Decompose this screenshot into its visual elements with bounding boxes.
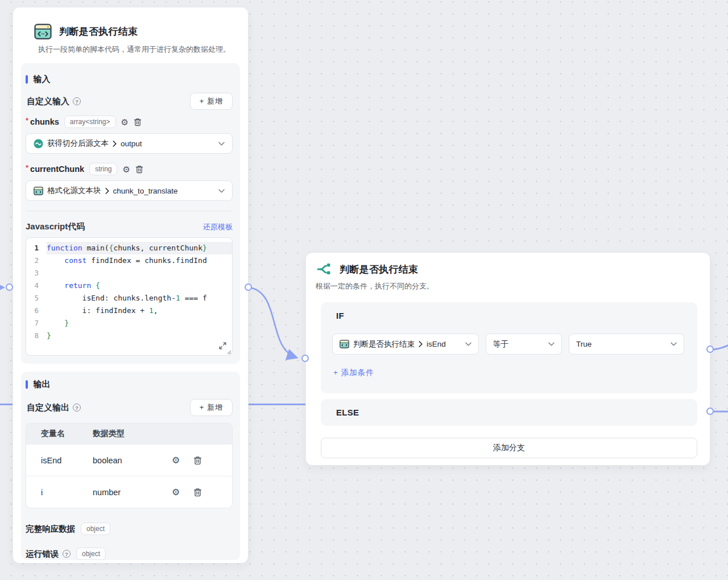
- output-port-else-branch[interactable]: [706, 408, 714, 415]
- table-row[interactable]: isEnd boolean ⚙: [26, 444, 232, 476]
- code-section-label: Javascript代码: [26, 221, 85, 232]
- edge-if-output[interactable]: [714, 345, 728, 349]
- wave-circle-icon: [34, 139, 43, 149]
- add-condition-link[interactable]: + 添加条件: [333, 368, 374, 378]
- var-name: isEnd: [26, 456, 89, 465]
- type-badge: string: [89, 163, 117, 175]
- table-row[interactable]: i number ⚙: [26, 476, 232, 508]
- node-description: 执行一段简单的脚本代码，通常用于进行复杂的数据处理。: [38, 44, 237, 55]
- resize-handle-icon[interactable]: [226, 349, 231, 355]
- required-mark: *: [26, 116, 28, 125]
- add-branch-button[interactable]: 添加分支: [321, 438, 697, 458]
- trash-icon[interactable]: [193, 488, 202, 497]
- output-port-if-branch[interactable]: [706, 345, 714, 353]
- code-line[interactable]: 2 const findIndex = chunks.findInd: [26, 254, 232, 267]
- chevron-down-icon: [671, 342, 677, 346]
- ref-source: 获得切分后源文本: [47, 138, 109, 149]
- if-branch-panel: IF 判断是否执行结束 isEnd 等于: [321, 302, 697, 393]
- col-header-type: 数据类型: [89, 429, 172, 439]
- object-badge: object: [81, 523, 110, 535]
- input-port-condition-node[interactable]: [301, 355, 309, 362]
- line-number: 2: [26, 254, 47, 267]
- if-label: IF: [336, 311, 344, 320]
- chevron-down-icon: [465, 342, 471, 346]
- code-window-icon: [340, 340, 349, 348]
- condition-node-header: 判断是否执行结束: [316, 262, 418, 276]
- field-name-chunks: chunks: [30, 117, 59, 126]
- code-line[interactable]: 4 return {: [26, 279, 232, 292]
- full-response-label: 完整响应数据: [26, 524, 75, 534]
- chevron-down-icon: [218, 189, 225, 193]
- code-text: i: findIndex + 1,: [47, 305, 232, 317]
- chevron-right-icon: [419, 341, 423, 347]
- expand-icon[interactable]: [219, 342, 226, 349]
- code-text: [47, 267, 232, 279]
- object-badge: object: [76, 548, 106, 560]
- condition-right-operand-select[interactable]: True: [569, 334, 684, 355]
- input-port-code-node[interactable]: [6, 283, 13, 291]
- code-line[interactable]: 5 isEnd: chunks.length-1 === f: [26, 292, 232, 305]
- trash-icon[interactable]: [193, 456, 202, 465]
- required-mark: *: [26, 163, 28, 172]
- edge-code-to-condition[interactable]: [249, 287, 296, 357]
- output-panel: 输出 自定义输出 ? + 新增 变量名 数据类型 isEnd boolean ⚙: [21, 372, 240, 560]
- trash-icon[interactable]: [135, 165, 143, 174]
- gear-icon[interactable]: ⚙: [172, 456, 180, 465]
- help-icon[interactable]: ?: [73, 97, 81, 105]
- chunks-ref-select[interactable]: 获得切分后源文本 output: [26, 133, 233, 154]
- code-line[interactable]: 7 }: [26, 317, 232, 330]
- ref-value: output: [121, 139, 142, 148]
- condition-left-operand-select[interactable]: 判断是否执行结束 isEnd: [332, 334, 479, 355]
- branch-split-icon: [316, 262, 332, 276]
- help-icon[interactable]: ?: [73, 404, 81, 412]
- trash-icon[interactable]: [134, 118, 142, 126]
- ref-source: 格式化源文本块: [47, 186, 101, 196]
- ref-value: isEnd: [427, 340, 446, 348]
- node-description: 根据一定的条件，执行不同的分支。: [316, 281, 434, 291]
- condition-operator-select[interactable]: 等于: [486, 334, 562, 355]
- code-line[interactable]: 6 i: findIndex + 1,: [26, 305, 232, 317]
- add-output-button[interactable]: + 新增: [190, 399, 233, 416]
- code-window-icon: [34, 23, 52, 40]
- table-header-row: 变量名 数据类型: [26, 423, 232, 444]
- node-title: 判断是否执行结束: [340, 263, 418, 276]
- code-line[interactable]: 3: [26, 267, 232, 279]
- output-port-code-node[interactable]: [245, 283, 252, 291]
- run-error-label: 运行错误: [26, 549, 59, 560]
- var-name: i: [26, 488, 89, 497]
- code-line[interactable]: 8}: [26, 330, 232, 342]
- line-number: 7: [26, 317, 47, 330]
- operator-value: 等于: [493, 339, 508, 349]
- line-number: 1: [26, 242, 47, 254]
- gear-icon[interactable]: ⚙: [121, 118, 129, 126]
- code-text: function main({chunks, currentChunk}: [47, 242, 232, 254]
- divider: [26, 211, 233, 211]
- chevron-down-icon: [218, 142, 225, 146]
- reset-template-link[interactable]: 还原模板: [203, 222, 233, 232]
- code-node-card[interactable]: 判断是否执行结束 执行一段简单的脚本代码，通常用于进行复杂的数据处理。 输入 自…: [13, 7, 249, 563]
- add-input-button[interactable]: + 新增: [190, 93, 233, 110]
- ref-source: 判断是否执行结束: [353, 339, 415, 349]
- var-type: boolean: [89, 456, 172, 465]
- compare-value: True: [576, 340, 592, 348]
- gear-icon[interactable]: ⚙: [122, 165, 130, 174]
- input-panel: 输入 自定义输入 ? + 新增 * chunks array<string> ⚙: [21, 63, 240, 364]
- col-header-name: 变量名: [26, 429, 89, 439]
- chevron-right-icon: [105, 188, 109, 194]
- currentchunk-ref-select[interactable]: 格式化源文本块 chunk_to_translate: [26, 180, 233, 201]
- code-text: const findIndex = chunks.findInd: [47, 254, 232, 267]
- code-line[interactable]: 1function main({chunks, currentChunk}: [26, 242, 232, 254]
- chevron-down-icon: [548, 342, 555, 346]
- code-text: isEnd: chunks.length-1 === f: [47, 292, 232, 305]
- gear-icon[interactable]: ⚙: [172, 488, 180, 497]
- section-bar: [26, 75, 28, 84]
- output-section-title: 输出: [34, 379, 51, 390]
- else-branch-panel: ELSE: [321, 399, 697, 426]
- code-editor[interactable]: 1function main({chunks, currentChunk}2 c…: [26, 237, 233, 356]
- line-number: 3: [26, 267, 47, 279]
- condition-node-card[interactable]: 判断是否执行结束 根据一定的条件，执行不同的分支。 IF 判断是否执行结束 is…: [305, 252, 710, 466]
- code-window-icon: [34, 187, 43, 195]
- help-icon[interactable]: ?: [63, 550, 71, 558]
- chevron-right-icon: [113, 141, 117, 147]
- line-number: 8: [26, 330, 47, 342]
